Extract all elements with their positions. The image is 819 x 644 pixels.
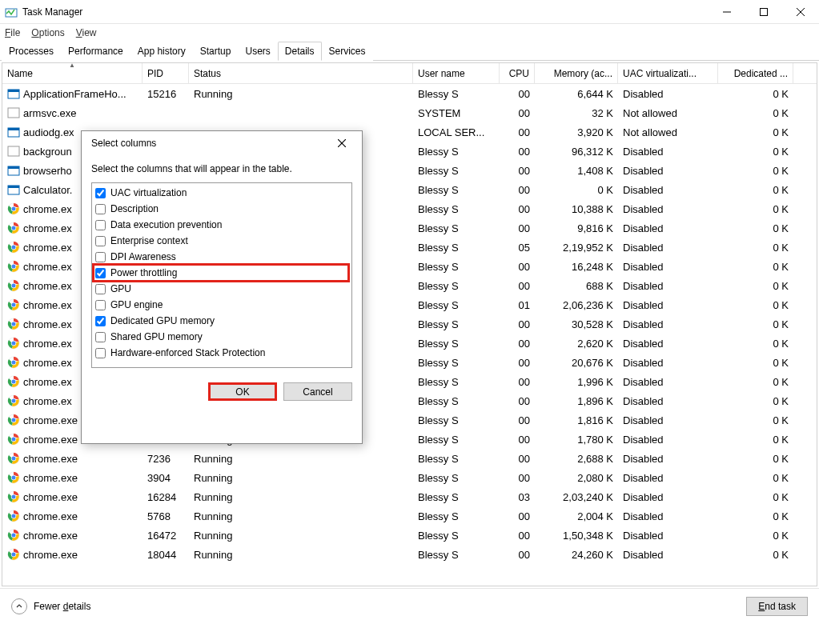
svg-point-50 [12, 418, 16, 422]
cell: 00 [500, 374, 535, 390]
checkbox[interactable] [95, 268, 106, 278]
tab-processes[interactable]: Processes [2, 42, 61, 61]
cell: Blessy S [413, 509, 500, 524]
minimize-button[interactable] [709, 0, 745, 24]
checkbox[interactable] [95, 252, 106, 262]
chrome-icon [7, 529, 20, 542]
cell: Running [189, 509, 413, 524]
tab-app-history[interactable]: App history [130, 42, 193, 61]
cell: 0 K [718, 106, 793, 121]
cell: Disabled [618, 413, 718, 428]
checkbox[interactable] [95, 204, 106, 214]
svg-point-65 [12, 514, 16, 518]
fewer-details-button[interactable]: Fewer details [11, 598, 90, 614]
cell: Disabled [618, 470, 718, 486]
blank-icon [7, 145, 20, 158]
cell: 0 K [718, 182, 793, 198]
table-row[interactable]: armsvc.exeSYSTEM0032 KNot allowed0 K [2, 103, 817, 122]
table-row[interactable]: chrome.exe7236RunningBlessy S002,688 KDi… [2, 449, 817, 468]
menu-options[interactable]: Options [31, 27, 64, 38]
column-header-pid[interactable]: PID [143, 63, 189, 83]
tab-services[interactable]: Services [322, 42, 373, 61]
cell: 1,996 K [535, 374, 618, 390]
cell: Blessy S [413, 240, 500, 255]
cell: Disabled [618, 451, 718, 466]
svg-rect-10 [8, 146, 19, 156]
checkbox[interactable] [95, 300, 106, 310]
tab-strip: ProcessesPerformanceApp historyStartupUs… [0, 42, 819, 61]
table-row[interactable]: chrome.exe18044RunningBlessy S0024,260 K… [2, 545, 817, 564]
close-button[interactable] [782, 0, 819, 24]
cell: 00 [500, 125, 535, 140]
table-row[interactable]: chrome.exe3904RunningBlessy S002,080 KDi… [2, 468, 817, 487]
cell: 6,644 K [535, 86, 618, 102]
column-option-gpu[interactable]: GPU [94, 281, 348, 297]
column-header-uac-virtualizati-[interactable]: UAC virtualizati... [618, 63, 718, 83]
column-option-enterprise-context[interactable]: Enterprise context [94, 233, 348, 249]
column-option-dpi-awareness[interactable]: DPI Awareness [94, 249, 348, 265]
checkbox[interactable] [95, 188, 106, 198]
cell: Disabled [618, 528, 718, 543]
tab-details[interactable]: Details [278, 42, 322, 61]
checkbox[interactable] [95, 348, 106, 358]
checkbox[interactable] [95, 284, 106, 294]
ok-button[interactable]: OK [208, 382, 277, 401]
cell: 96,312 K [535, 144, 618, 159]
option-label: Enterprise context [110, 235, 188, 246]
column-option-description[interactable]: Description [94, 201, 348, 217]
tab-startup[interactable]: Startup [193, 42, 239, 61]
column-option-gpu-engine[interactable]: GPU engine [94, 297, 348, 313]
column-option-uac-virtualization[interactable]: UAC virtualization [94, 185, 348, 201]
cell: Blessy S [413, 394, 500, 409]
cell: 3904 [143, 470, 189, 486]
column-header-name[interactable]: Name▲ [2, 63, 143, 83]
option-label: GPU [110, 283, 131, 294]
cell: 0 K [718, 528, 793, 543]
chrome-icon [7, 490, 20, 503]
column-header-dedicated-[interactable]: Dedicated ... [718, 63, 793, 83]
column-option-shared-gpu-memory[interactable]: Shared GPU memory [94, 329, 348, 345]
cell: 00 [500, 451, 535, 466]
cancel-button[interactable]: Cancel [283, 382, 352, 401]
cell: Running [189, 470, 413, 486]
cell: Disabled [618, 317, 718, 332]
checkbox[interactable] [95, 332, 106, 342]
checkbox[interactable] [95, 220, 106, 230]
cell: 1,816 K [535, 413, 618, 428]
tab-users[interactable]: Users [238, 42, 277, 61]
cell: Blessy S [413, 528, 500, 543]
column-header-user-name[interactable]: User name [413, 63, 500, 83]
end-task-button[interactable]: End task [746, 597, 808, 616]
checkbox[interactable] [95, 236, 106, 246]
cell: 00 [500, 547, 535, 562]
column-option-power-throttling[interactable]: Power throttling [94, 265, 348, 281]
table-row[interactable]: ApplicationFrameHo...15216RunningBlessy … [2, 84, 817, 103]
cell: 00 [500, 509, 535, 524]
cell: 0 K [718, 163, 793, 178]
cell: Disabled [618, 394, 718, 409]
column-header-status[interactable]: Status [189, 63, 413, 83]
cell: Running [189, 528, 413, 543]
table-row[interactable]: chrome.exe5768RunningBlessy S002,004 KDi… [2, 506, 817, 526]
cell: Disabled [618, 374, 718, 390]
column-header-cpu[interactable]: CPU [500, 63, 535, 83]
menu-view[interactable]: View [76, 27, 97, 38]
maximize-button[interactable] [745, 0, 782, 24]
cell: 00 [500, 259, 535, 274]
cell: 0 K [718, 413, 793, 428]
dialog-close-button[interactable] [331, 134, 352, 153]
table-row[interactable]: chrome.exe16284RunningBlessy S032,03,240… [2, 487, 817, 506]
cell: 1,896 K [535, 394, 618, 409]
tab-performance[interactable]: Performance [61, 42, 130, 61]
column-header-memory-ac-[interactable]: Memory (ac... [535, 63, 618, 83]
cell: Running [189, 86, 413, 102]
column-option-data-execution-prevention[interactable]: Data execution prevention [94, 217, 348, 233]
columns-listbox[interactable]: UAC virtualizationDescriptionData execut… [91, 182, 352, 368]
column-option-hardware-enforced-stack-protection[interactable]: Hardware-enforced Stack Protection [94, 345, 348, 361]
cell: Blessy S [413, 451, 500, 466]
checkbox[interactable] [95, 316, 106, 326]
cell: 18044 [143, 547, 189, 562]
menu-file[interactable]: File [5, 27, 20, 38]
table-row[interactable]: chrome.exe16472RunningBlessy S001,50,348… [2, 526, 817, 545]
column-option-dedicated-gpu-memory[interactable]: Dedicated GPU memory [94, 313, 348, 329]
